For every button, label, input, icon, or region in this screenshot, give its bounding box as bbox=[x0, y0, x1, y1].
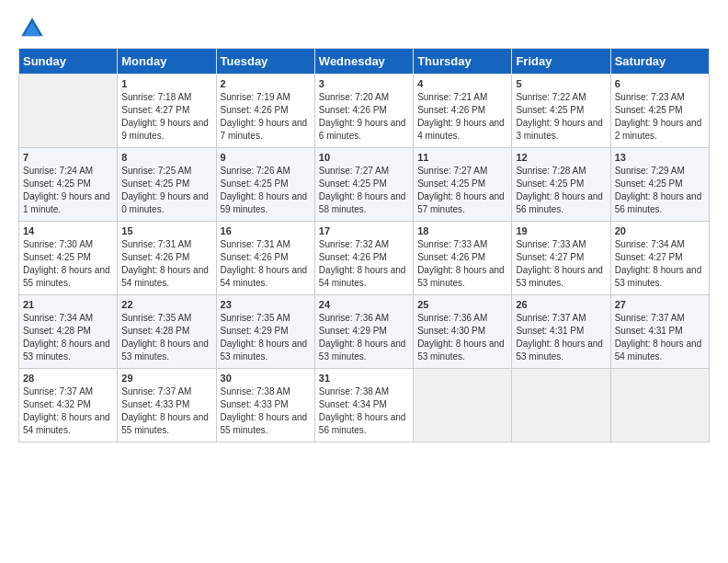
calendar-cell bbox=[414, 369, 512, 442]
day-number: 5 bbox=[516, 78, 606, 89]
cell-info: Sunrise: 7:19 AMSunset: 4:26 PMDaylight:… bbox=[221, 92, 308, 141]
cell-info: Sunrise: 7:32 AMSunset: 4:26 PMDaylight:… bbox=[319, 239, 406, 288]
calendar-week-3: 14Sunrise: 7:30 AMSunset: 4:25 PMDayligh… bbox=[19, 222, 710, 295]
cell-info: Sunrise: 7:22 AMSunset: 4:25 PMDaylight:… bbox=[516, 92, 603, 141]
day-number: 22 bbox=[121, 299, 211, 310]
cell-info: Sunrise: 7:38 AMSunset: 4:33 PMDaylight:… bbox=[221, 386, 308, 435]
cell-info: Sunrise: 7:28 AMSunset: 4:25 PMDaylight:… bbox=[516, 166, 603, 214]
day-number: 23 bbox=[221, 299, 311, 310]
calendar-cell: 23Sunrise: 7:35 AMSunset: 4:29 PMDayligh… bbox=[216, 295, 314, 369]
calendar-cell: 28Sunrise: 7:37 AMSunset: 4:32 PMDayligh… bbox=[19, 369, 118, 442]
day-number: 13 bbox=[615, 152, 705, 163]
calendar-cell: 30Sunrise: 7:38 AMSunset: 4:33 PMDayligh… bbox=[216, 369, 314, 442]
cell-info: Sunrise: 7:35 AMSunset: 4:29 PMDaylight:… bbox=[221, 313, 308, 362]
day-number: 28 bbox=[23, 373, 113, 384]
calendar-cell: 31Sunrise: 7:38 AMSunset: 4:34 PMDayligh… bbox=[314, 369, 413, 442]
cell-info: Sunrise: 7:27 AMSunset: 4:25 PMDaylight:… bbox=[417, 166, 505, 214]
calendar-cell: 25Sunrise: 7:36 AMSunset: 4:30 PMDayligh… bbox=[414, 295, 512, 369]
day-header-thursday: Thursday bbox=[414, 49, 512, 75]
cell-info: Sunrise: 7:31 AMSunset: 4:26 PMDaylight:… bbox=[221, 239, 308, 288]
cell-info: Sunrise: 7:36 AMSunset: 4:30 PMDaylight:… bbox=[417, 313, 505, 362]
calendar-cell: 21Sunrise: 7:34 AMSunset: 4:28 PMDayligh… bbox=[19, 295, 118, 369]
cell-info: Sunrise: 7:37 AMSunset: 4:32 PMDaylight:… bbox=[23, 386, 110, 435]
cell-info: Sunrise: 7:30 AMSunset: 4:25 PMDaylight:… bbox=[23, 239, 110, 288]
calendar-cell: 20Sunrise: 7:34 AMSunset: 4:27 PMDayligh… bbox=[610, 222, 709, 295]
day-number: 3 bbox=[319, 78, 409, 89]
calendar-cell: 15Sunrise: 7:31 AMSunset: 4:26 PMDayligh… bbox=[118, 222, 216, 295]
day-number: 1 bbox=[121, 78, 211, 89]
calendar-cell: 1Sunrise: 7:18 AMSunset: 4:27 PMDaylight… bbox=[118, 75, 216, 148]
cell-info: Sunrise: 7:34 AMSunset: 4:27 PMDaylight:… bbox=[615, 239, 702, 288]
cell-info: Sunrise: 7:27 AMSunset: 4:25 PMDaylight:… bbox=[319, 166, 406, 214]
day-number: 9 bbox=[221, 152, 311, 163]
cell-info: Sunrise: 7:29 AMSunset: 4:25 PMDaylight:… bbox=[615, 166, 702, 214]
day-number: 11 bbox=[417, 152, 507, 163]
day-number: 17 bbox=[319, 225, 409, 236]
day-number: 10 bbox=[319, 152, 409, 163]
day-number: 24 bbox=[319, 299, 409, 310]
calendar-cell bbox=[512, 369, 610, 442]
day-number: 21 bbox=[23, 299, 113, 310]
calendar-cell: 4Sunrise: 7:21 AMSunset: 4:26 PMDaylight… bbox=[414, 75, 512, 148]
calendar-cell: 7Sunrise: 7:24 AMSunset: 4:25 PMDaylight… bbox=[19, 148, 118, 222]
day-number: 31 bbox=[319, 373, 409, 384]
calendar-cell: 18Sunrise: 7:33 AMSunset: 4:26 PMDayligh… bbox=[414, 222, 512, 295]
cell-info: Sunrise: 7:35 AMSunset: 4:28 PMDaylight:… bbox=[121, 313, 209, 362]
day-number: 2 bbox=[221, 78, 311, 89]
day-number: 25 bbox=[417, 299, 507, 310]
calendar-cell: 22Sunrise: 7:35 AMSunset: 4:28 PMDayligh… bbox=[118, 295, 216, 369]
calendar-week-4: 21Sunrise: 7:34 AMSunset: 4:28 PMDayligh… bbox=[19, 295, 710, 369]
cell-info: Sunrise: 7:21 AMSunset: 4:26 PMDaylight:… bbox=[417, 92, 505, 141]
calendar-cell: 2Sunrise: 7:19 AMSunset: 4:26 PMDaylight… bbox=[216, 75, 314, 148]
calendar-week-1: 1Sunrise: 7:18 AMSunset: 4:27 PMDaylight… bbox=[19, 75, 710, 148]
calendar-cell: 19Sunrise: 7:33 AMSunset: 4:27 PMDayligh… bbox=[512, 222, 610, 295]
calendar-week-5: 28Sunrise: 7:37 AMSunset: 4:32 PMDayligh… bbox=[19, 369, 710, 442]
page-container: SundayMondayTuesdayWednesdayThursdayFrid… bbox=[0, 0, 728, 452]
calendar-table: SundayMondayTuesdayWednesdayThursdayFrid… bbox=[18, 48, 710, 442]
day-number: 26 bbox=[516, 299, 606, 310]
calendar-cell: 10Sunrise: 7:27 AMSunset: 4:25 PMDayligh… bbox=[314, 148, 413, 222]
cell-info: Sunrise: 7:33 AMSunset: 4:26 PMDaylight:… bbox=[417, 239, 505, 288]
day-header-tuesday: Tuesday bbox=[216, 49, 314, 75]
calendar-cell: 6Sunrise: 7:23 AMSunset: 4:25 PMDaylight… bbox=[610, 75, 709, 148]
day-number: 12 bbox=[516, 152, 606, 163]
day-number: 8 bbox=[121, 152, 211, 163]
day-header-wednesday: Wednesday bbox=[314, 49, 413, 75]
day-number: 29 bbox=[121, 373, 211, 384]
cell-info: Sunrise: 7:25 AMSunset: 4:25 PMDaylight:… bbox=[121, 166, 209, 214]
day-number: 6 bbox=[615, 78, 705, 89]
day-number: 18 bbox=[417, 225, 507, 236]
cell-info: Sunrise: 7:38 AMSunset: 4:34 PMDaylight:… bbox=[319, 386, 406, 435]
calendar-week-2: 7Sunrise: 7:24 AMSunset: 4:25 PMDaylight… bbox=[19, 148, 710, 222]
logo bbox=[18, 15, 50, 42]
calendar-cell: 16Sunrise: 7:31 AMSunset: 4:26 PMDayligh… bbox=[216, 222, 314, 295]
day-number: 15 bbox=[121, 225, 211, 236]
calendar-cell: 27Sunrise: 7:37 AMSunset: 4:31 PMDayligh… bbox=[610, 295, 709, 369]
day-number: 30 bbox=[221, 373, 311, 384]
calendar-cell bbox=[610, 369, 709, 442]
day-header-friday: Friday bbox=[512, 49, 610, 75]
calendar-cell: 24Sunrise: 7:36 AMSunset: 4:29 PMDayligh… bbox=[314, 295, 413, 369]
calendar-cell: 13Sunrise: 7:29 AMSunset: 4:25 PMDayligh… bbox=[610, 148, 709, 222]
calendar-cell: 12Sunrise: 7:28 AMSunset: 4:25 PMDayligh… bbox=[512, 148, 610, 222]
cell-info: Sunrise: 7:24 AMSunset: 4:25 PMDaylight:… bbox=[23, 166, 110, 214]
calendar-cell: 5Sunrise: 7:22 AMSunset: 4:25 PMDaylight… bbox=[512, 75, 610, 148]
calendar-cell: 9Sunrise: 7:26 AMSunset: 4:25 PMDaylight… bbox=[216, 148, 314, 222]
calendar-cell: 11Sunrise: 7:27 AMSunset: 4:25 PMDayligh… bbox=[414, 148, 512, 222]
day-number: 4 bbox=[417, 78, 507, 89]
day-header-monday: Monday bbox=[118, 49, 216, 75]
calendar-cell: 8Sunrise: 7:25 AMSunset: 4:25 PMDaylight… bbox=[118, 148, 216, 222]
cell-info: Sunrise: 7:18 AMSunset: 4:27 PMDaylight:… bbox=[121, 92, 209, 141]
calendar-cell: 29Sunrise: 7:37 AMSunset: 4:33 PMDayligh… bbox=[118, 369, 216, 442]
header-row bbox=[18, 15, 710, 42]
cell-info: Sunrise: 7:34 AMSunset: 4:28 PMDaylight:… bbox=[23, 313, 110, 362]
day-number: 20 bbox=[615, 225, 705, 236]
cell-info: Sunrise: 7:36 AMSunset: 4:29 PMDaylight:… bbox=[319, 313, 406, 362]
day-number: 27 bbox=[615, 299, 705, 310]
cell-info: Sunrise: 7:37 AMSunset: 4:31 PMDaylight:… bbox=[615, 313, 702, 362]
calendar-cell: 17Sunrise: 7:32 AMSunset: 4:26 PMDayligh… bbox=[314, 222, 413, 295]
cell-info: Sunrise: 7:26 AMSunset: 4:25 PMDaylight:… bbox=[221, 166, 308, 214]
cell-info: Sunrise: 7:37 AMSunset: 4:31 PMDaylight:… bbox=[516, 313, 603, 362]
day-number: 19 bbox=[516, 225, 606, 236]
calendar-cell bbox=[19, 75, 118, 148]
